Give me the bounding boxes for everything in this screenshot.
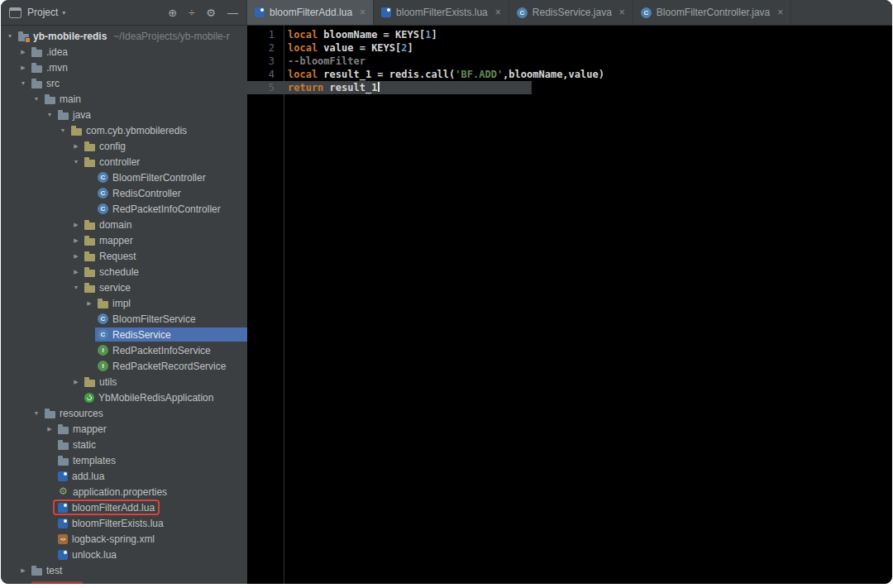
- expand-arrow-icon[interactable]: ▶: [70, 143, 82, 150]
- tree-item[interactable]: ▶schedule: [1, 264, 247, 280]
- tree-item[interactable]: IRedPacketInfoService: [1, 342, 247, 358]
- tree-item[interactable]: ▼java: [1, 107, 247, 122]
- collapse-arrow-icon[interactable]: ▼: [31, 410, 42, 416]
- code-line[interactable]: 5return result_1: [247, 81, 892, 94]
- close-icon[interactable]: ×: [777, 7, 783, 18]
- code-line[interactable]: 2local value = KEYS[2]: [247, 41, 892, 55]
- project-dropdown[interactable]: Project ▾: [27, 7, 65, 18]
- editor-tab[interactable]: CRedisService.java×: [509, 0, 633, 25]
- folder-icon: [31, 65, 42, 73]
- text-cursor: [378, 82, 380, 92]
- tree-item[interactable]: ▼com.cyb.ybmobileredis: [1, 122, 247, 138]
- tree-item[interactable]: ▶domain: [1, 217, 247, 232]
- tree-item[interactable]: ▼src: [1, 75, 247, 91]
- tree-item[interactable]: static: [1, 437, 247, 452]
- folder-icon: [31, 568, 42, 576]
- partial-red-item: [31, 581, 83, 585]
- expand-arrow-icon[interactable]: ▶: [17, 65, 29, 71]
- collapse-arrow-icon[interactable]: ▼: [44, 112, 55, 117]
- close-icon[interactable]: ×: [619, 7, 625, 18]
- editor[interactable]: 1local bloomName = KEYS[1]2local value =…: [247, 26, 892, 584]
- xml-icon: <>: [58, 534, 68, 544]
- close-icon[interactable]: ×: [360, 7, 365, 18]
- close-icon[interactable]: ×: [495, 7, 501, 18]
- tree-item[interactable]: ▶utils: [1, 374, 247, 390]
- editor-tab[interactable]: bloomFilterExists.lua×: [374, 0, 509, 25]
- tree-item[interactable]: ▶mapper: [1, 421, 247, 437]
- tree-item-content: CRedisService: [95, 327, 247, 342]
- collapse-arrow-icon[interactable]: ▼: [17, 80, 29, 86]
- tree-item[interactable]: ▶impl: [1, 295, 247, 311]
- tree-item[interactable]: ▼controller: [1, 154, 247, 170]
- project-toolbar: Project ▾ ⊕÷⚙—: [1, 0, 247, 25]
- tree-item-content: add.lua: [55, 469, 107, 483]
- tree-item[interactable]: ▶Request: [1, 248, 247, 264]
- tree-item[interactable]: bloomFilterAdd.lua: [1, 500, 247, 515]
- tree-item[interactable]: ▼main: [1, 91, 247, 107]
- expand-arrow-icon[interactable]: ▶: [44, 426, 55, 433]
- expand-arrow-icon[interactable]: ▶: [70, 253, 82, 260]
- tree-item[interactable]: CRedPacketInfoController: [1, 201, 247, 217]
- tree-item-label: java: [73, 109, 91, 121]
- editor-tab[interactable]: CBloomFilterController.java×: [633, 0, 791, 25]
- line-number: 5: [247, 81, 284, 94]
- locate-icon[interactable]: ⊕: [168, 7, 177, 18]
- line-text: return result_1: [288, 81, 380, 94]
- tree-item-content: yb-mobile-redis~/IdeaProjects/yb-mobile-…: [16, 29, 232, 43]
- tree-item[interactable]: ▶.mvn: [1, 60, 247, 75]
- collapse-arrow-icon[interactable]: ▼: [31, 96, 42, 102]
- tree-item[interactable]: ▶.idea: [1, 44, 247, 60]
- tree-item[interactable]: templates: [1, 452, 247, 468]
- code-line[interactable]: 4local result_1 = redis.call('BF.ADD',bl…: [247, 68, 892, 81]
- tree-item-content: Request: [82, 249, 139, 263]
- collapse-arrow-icon[interactable]: ▼: [4, 33, 16, 39]
- tree-item[interactable]: ▼resources: [1, 405, 247, 421]
- tree-item[interactable]: ▶config: [1, 138, 247, 154]
- tree-item-content: domain: [82, 218, 134, 232]
- code-line[interactable]: 3--bloomFilter: [247, 55, 892, 68]
- tree-item[interactable]: CRedisService: [1, 327, 247, 342]
- tree-item-label: RedisController: [112, 188, 181, 199]
- tree-item-content: config: [82, 139, 128, 153]
- project-tool-window-icon[interactable]: [9, 7, 21, 18]
- expand-arrow-icon[interactable]: ▶: [17, 567, 29, 574]
- expand-arrow-icon[interactable]: ▶: [70, 237, 82, 244]
- tree-item[interactable]: add.lua: [1, 468, 247, 484]
- expand-arrow-icon[interactable]: ▶: [17, 49, 29, 55]
- tree-item[interactable]: ▶mapper: [1, 232, 247, 248]
- tree-item[interactable]: CBloomFilterService: [1, 311, 247, 327]
- hide-icon[interactable]: —: [227, 7, 238, 18]
- line-text: --bloomFilter: [288, 55, 365, 68]
- tree-item[interactable]: YbMobileRedisApplication: [1, 390, 247, 405]
- settings-icon[interactable]: ⚙: [206, 7, 216, 18]
- tree-item-content: YbMobileRedisApplication: [82, 390, 216, 404]
- tree-item[interactable]: ▼service: [1, 280, 247, 295]
- code-line[interactable]: 1local bloomName = KEYS[1]: [247, 28, 892, 41]
- collapse-arrow-icon[interactable]: ▼: [70, 284, 82, 290]
- tree-item[interactable]: CBloomFilterController: [1, 170, 247, 185]
- tree-item-label: com.cyb.ybmobileredis: [86, 125, 187, 136]
- expand-arrow-icon[interactable]: ▶: [70, 222, 82, 228]
- tab-label: RedisService.java: [532, 7, 612, 18]
- tree-item[interactable]: ⚙application.properties: [1, 484, 247, 500]
- collapse-arrow-icon[interactable]: ▼: [70, 159, 82, 165]
- tree-item[interactable]: ▼yb-mobile-redis~/IdeaProjects/yb-mobile…: [1, 28, 247, 44]
- expand-arrow-icon[interactable]: ▶: [70, 379, 82, 385]
- tree-item[interactable]: [1, 578, 247, 584]
- tree-item[interactable]: ▶test: [1, 562, 247, 578]
- tree-item[interactable]: bloomFilterExists.lua: [1, 515, 247, 531]
- expand-arrow-icon[interactable]: ▶: [84, 300, 95, 307]
- collapse-all-icon[interactable]: ÷: [189, 7, 194, 18]
- tree-item[interactable]: CRedisController: [1, 185, 247, 201]
- collapse-arrow-icon[interactable]: ▼: [57, 127, 69, 133]
- tree-item-label: application.properties: [73, 486, 167, 498]
- tree-item-label: add.lua: [72, 471, 104, 482]
- tree-item-label: bloomFilterExists.lua: [72, 518, 164, 529]
- editor-tab[interactable]: bloomFilterAdd.lua×: [247, 0, 374, 25]
- tree-item[interactable]: IRedPacketRecordService: [1, 358, 247, 374]
- expand-arrow-icon[interactable]: ▶: [70, 269, 82, 275]
- tree-item-label: RedPacketRecordService: [112, 361, 226, 372]
- tree-item[interactable]: unlock.lua: [1, 547, 247, 562]
- tree-item[interactable]: <>logback-spring.xml: [1, 531, 247, 547]
- lua-icon: [58, 519, 68, 528]
